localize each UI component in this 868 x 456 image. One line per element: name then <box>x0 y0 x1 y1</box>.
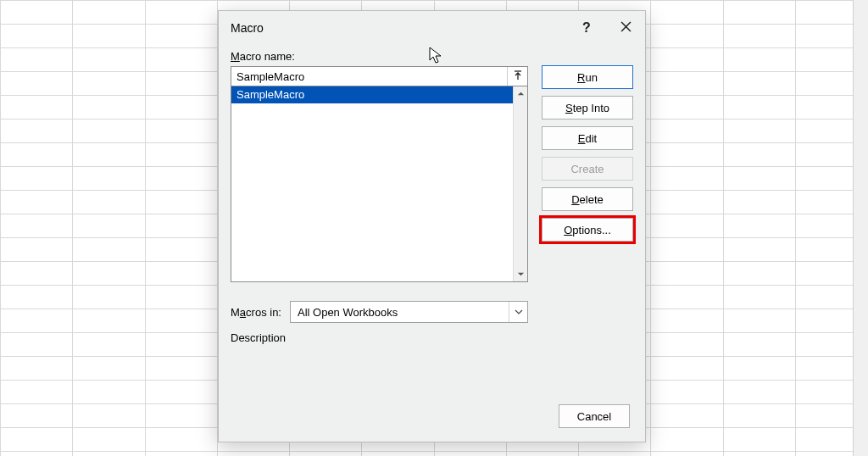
macro-name-goto-button[interactable] <box>507 67 527 86</box>
macros-in-value: All Open Workbooks <box>291 306 509 319</box>
edit-button[interactable]: Edit <box>542 126 633 150</box>
description-label: Description <box>231 331 528 344</box>
help-icon: ? <box>582 20 591 36</box>
options-button[interactable]: Options... <box>542 218 633 242</box>
step-into-button[interactable]: Step Into <box>542 96 633 120</box>
macros-in-select[interactable]: All Open Workbooks <box>290 301 528 323</box>
macro-list-items[interactable]: SampleMacro <box>231 86 513 281</box>
sheet-vertical-scrollbar[interactable] <box>853 0 868 456</box>
create-button: Create <box>542 157 633 181</box>
cancel-button[interactable]: Cancel <box>559 404 630 428</box>
close-button[interactable] <box>606 13 645 43</box>
macro-dialog: Macro ? Macro name: <box>218 10 646 442</box>
macro-list-scrollbar[interactable] <box>513 86 527 281</box>
close-icon <box>620 20 632 36</box>
help-button[interactable]: ? <box>567 13 606 43</box>
upload-icon <box>513 70 523 83</box>
delete-button[interactable]: Delete <box>542 187 633 211</box>
dialog-titlebar[interactable]: Macro ? <box>219 11 645 45</box>
dialog-title: Macro <box>231 21 264 35</box>
macro-name-label: Macro name: <box>231 50 528 63</box>
chevron-down-icon <box>509 302 527 322</box>
scroll-up-icon[interactable] <box>514 86 527 101</box>
macro-name-row <box>231 66 528 86</box>
macro-list: SampleMacro <box>231 86 528 282</box>
scroll-down-icon[interactable] <box>514 267 527 281</box>
macro-name-input[interactable] <box>231 67 507 86</box>
run-button[interactable]: Run <box>542 65 633 89</box>
macros-in-label: Macros in: <box>231 306 281 319</box>
macro-list-item[interactable]: SampleMacro <box>231 86 513 103</box>
